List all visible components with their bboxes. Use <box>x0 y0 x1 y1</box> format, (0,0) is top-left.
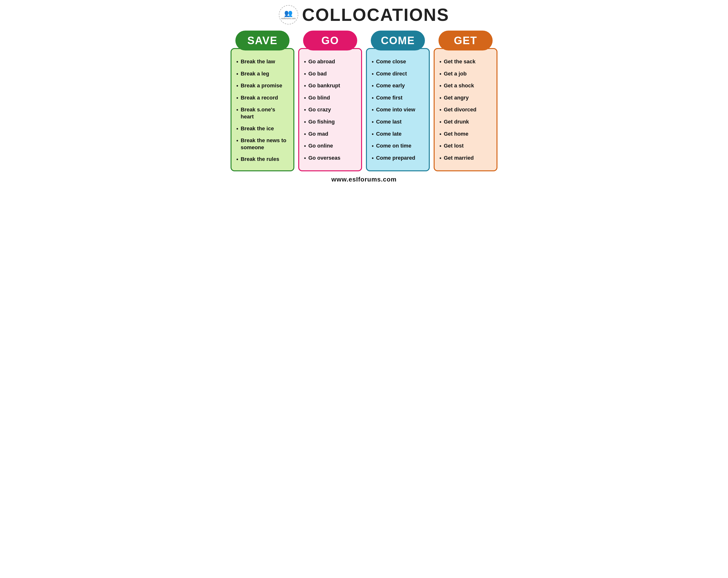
list-item: •Come first <box>372 92 424 104</box>
page-title: COLLOCATIONS <box>302 5 449 25</box>
bullet-icon: • <box>304 82 306 89</box>
bullet-icon: • <box>440 143 441 150</box>
bullet-icon: • <box>304 143 306 150</box>
list-item-text: Break the ice <box>241 125 274 132</box>
list-item: •Break a promise <box>236 80 288 92</box>
bullet-icon: • <box>440 155 441 162</box>
list-item: •Come direct <box>372 68 424 80</box>
bullet-icon: • <box>304 95 306 102</box>
bullet-icon: • <box>304 58 306 65</box>
column-get: GET•Get the sack•Get a job•Get a shock•G… <box>434 31 497 171</box>
list-item: •Go crazy <box>304 104 356 116</box>
list-item: •Break s.one's heart <box>236 104 288 123</box>
list-item: •Go fishing <box>304 116 356 128</box>
bullet-icon: • <box>236 58 238 65</box>
bullet-icon: • <box>440 119 441 126</box>
item-list-get: •Get the sack•Get a job•Get a shock•Get … <box>440 56 492 164</box>
list-item-text: Go blind <box>308 95 330 101</box>
list-item: •Get angry <box>440 92 492 104</box>
list-item-text: Get lost <box>444 142 464 150</box>
column-header-get: GET <box>439 31 493 50</box>
list-item-text: Come last <box>376 119 401 126</box>
list-item: •Get a job <box>440 68 492 80</box>
footer-url: www.esIforums.com <box>332 176 397 183</box>
list-item: •Get a shock <box>440 80 492 92</box>
item-list-come: •Come close•Come direct•Come early•Come … <box>372 56 424 164</box>
bullet-icon: • <box>236 95 238 102</box>
list-item: •Get divorced <box>440 104 492 116</box>
column-go: GO•Go abroad•Go bad•Go bankrupt•Go blind… <box>298 31 362 171</box>
list-item-text: Come first <box>376 95 402 101</box>
list-item-text: Get divorced <box>444 106 476 113</box>
list-item: •Go blind <box>304 92 356 104</box>
bullet-icon: • <box>304 119 306 126</box>
list-item-text: Break a record <box>241 95 278 101</box>
list-item: •Break the news to someone <box>236 135 288 153</box>
list-item-text: Go bad <box>308 70 327 77</box>
column-header-go: GO <box>303 31 358 50</box>
bullet-icon: • <box>372 58 374 65</box>
list-item: •Come early <box>372 80 424 92</box>
bullet-icon: • <box>372 155 374 162</box>
bullet-icon: • <box>236 137 238 144</box>
list-item: •Break the rules <box>236 153 288 165</box>
list-item-text: Come direct <box>376 70 407 77</box>
list-item: •Go abroad <box>304 56 356 68</box>
bullet-icon: • <box>372 82 374 89</box>
list-item-text: Break a leg <box>241 70 269 77</box>
logo-text: esIforums.com <box>281 17 295 20</box>
list-item-text: Get home <box>444 131 468 138</box>
list-item-text: Get drunk <box>444 119 469 126</box>
list-item: •Go bad <box>304 68 356 80</box>
bullet-icon: • <box>372 71 374 78</box>
bullet-icon: • <box>236 156 238 163</box>
list-item-text: Break a promise <box>241 82 282 89</box>
bullet-icon: • <box>236 71 238 78</box>
list-item: •Come on time <box>372 140 424 152</box>
list-item-text: Come early <box>376 82 405 89</box>
list-item: •Get drunk <box>440 116 492 128</box>
columns-area: SAVE•Break the law•Break a leg•Break a p… <box>231 31 497 171</box>
list-item-text: Get angry <box>444 95 469 101</box>
list-item: •Break a record <box>236 92 288 104</box>
column-header-save: SAVE <box>235 31 290 50</box>
list-item-text: Come into view <box>376 106 415 113</box>
column-body-get: •Get the sack•Get a job•Get a shock•Get … <box>434 48 497 171</box>
column-header-come: COME <box>371 31 425 50</box>
list-item: •Come into view <box>372 104 424 116</box>
bullet-icon: • <box>440 71 441 78</box>
column-come: COME•Come close•Come direct•Come early•C… <box>366 31 430 171</box>
bullet-icon: • <box>372 95 374 102</box>
list-item-text: Break the law <box>241 58 275 65</box>
bullet-icon: • <box>372 131 374 138</box>
column-body-save: •Break the law•Break a leg•Break a promi… <box>231 48 294 171</box>
list-item: •Get the sack <box>440 56 492 68</box>
bullet-icon: • <box>372 107 374 113</box>
list-item-text: Get married <box>444 155 474 162</box>
bullet-icon: • <box>304 71 306 78</box>
item-list-go: •Go abroad•Go bad•Go bankrupt•Go blind•G… <box>304 56 356 164</box>
list-item-text: Get a shock <box>444 82 474 89</box>
bullet-icon: • <box>236 107 238 113</box>
page-header: 👥 esIforums.com COLLOCATIONS <box>5 5 723 25</box>
list-item: •Go bankrupt <box>304 80 356 92</box>
list-item: •Come last <box>372 116 424 128</box>
bullet-icon: • <box>236 82 238 89</box>
list-item-text: Go abroad <box>308 58 335 65</box>
column-body-come: •Come close•Come direct•Come early•Come … <box>366 48 430 171</box>
list-item-text: Go mad <box>308 131 328 138</box>
bullet-icon: • <box>304 107 306 113</box>
bullet-icon: • <box>372 119 374 126</box>
list-item: •Break a leg <box>236 68 288 80</box>
list-item: •Get home <box>440 128 492 140</box>
list-item: •Break the ice <box>236 123 288 135</box>
list-item: •Go online <box>304 140 356 152</box>
list-item: •Go mad <box>304 128 356 140</box>
bullet-icon: • <box>304 155 306 162</box>
columns-wrapper: SAVE•Break the law•Break a leg•Break a p… <box>231 31 497 171</box>
list-item: •Come close <box>372 56 424 68</box>
list-item-text: Go bankrupt <box>308 82 340 89</box>
list-item-text: Go crazy <box>308 106 331 113</box>
list-item: •Break the law <box>236 56 288 68</box>
column-body-go: •Go abroad•Go bad•Go bankrupt•Go blind•G… <box>298 48 362 171</box>
